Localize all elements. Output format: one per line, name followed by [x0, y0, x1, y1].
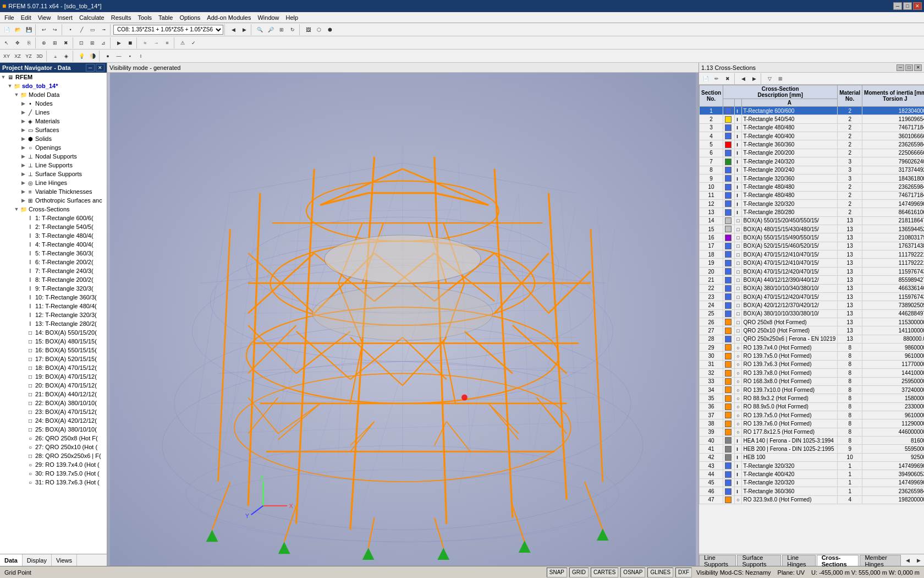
tb-save[interactable]: 💾 [23, 24, 34, 35]
tab-line-supports[interactable]: Line Supports [699, 555, 736, 566]
dxf-button[interactable]: DXF [675, 568, 692, 577]
tb-render[interactable]: 🖼 [302, 24, 314, 35]
tb-solid[interactable]: ⬢ [324, 24, 336, 35]
tree-cs-6[interactable]: I6: T-Rectangle 200/2( [0, 258, 107, 266]
tree-model-data[interactable]: ▼ 📁 Model Data [0, 90, 107, 99]
tree-cs-29[interactable]: ○29: RO 139.7x4.0 (Hot ( [0, 460, 107, 469]
tree-cs-17[interactable]: □17: BOX(A) 520/15/15( [0, 355, 107, 363]
tb3-yz[interactable]: YZ [23, 51, 34, 62]
tree-cs-20[interactable]: □20: BOX(A) 470/15/12( [0, 381, 107, 390]
table-row[interactable]: 1 I T-Rectangle 600/600 2 182304000 1080… [700, 107, 925, 115]
tab-member-hinges[interactable]: Member Hinges [860, 555, 901, 566]
menu-insert[interactable]: Insert [54, 14, 76, 21]
nav-tab-display[interactable]: Display [23, 554, 52, 566]
table-row[interactable]: 47 ○ RO 323.9x8.0 (Hot Formed) 4 1982000… [700, 495, 925, 504]
tab-line-hinges[interactable]: Line Hinges [782, 555, 815, 566]
tab-scroll-right[interactable]: ▶ [913, 555, 924, 566]
rp-delete[interactable]: ✖ [722, 73, 733, 84]
tree-cs-31[interactable]: ○31: RO 139.7x6.3 (Hot ( [0, 478, 107, 487]
osnap-button[interactable]: OSNAP [620, 568, 645, 577]
nav-close[interactable]: ✕ [96, 64, 105, 72]
tb2-copy[interactable]: ⎘ [23, 37, 34, 48]
tree-cs-1[interactable]: I1: T-Rectangle 600/6( [0, 214, 107, 222]
tb3-disp-lines[interactable]: — [113, 51, 124, 62]
tree-cs-13[interactable]: I13: T-Rectangle 280/2( [0, 319, 107, 328]
tb2-force[interactable]: → [151, 37, 162, 48]
menu-addon[interactable]: Add-on Modules [204, 14, 254, 21]
menu-tools[interactable]: Tools [134, 14, 155, 21]
tb-new[interactable]: 📄 [1, 24, 12, 35]
tb-prev[interactable]: ◀ [228, 24, 239, 35]
tb-member[interactable]: ╼ [98, 24, 109, 35]
tb-next[interactable]: ▶ [239, 24, 250, 35]
tb3-disp-nodes[interactable]: ● [102, 51, 113, 62]
tree-cs-7[interactable]: I7: T-Rectangle 240/3( [0, 266, 107, 275]
load-case-combo[interactable]: CO8: 1.35*ZS1 + 1.05*ZS5 + 1.05*ZS6 [113, 25, 223, 35]
table-row[interactable]: 11 I T-Rectangle 480/480 2 746717184 442… [700, 191, 925, 199]
tree-materials[interactable]: ▶ ◈ Materials [0, 117, 107, 126]
tree-cs-16[interactable]: □16: BOX(A) 550/15/15( [0, 346, 107, 355]
tree-cs-15[interactable]: □15: BOX(A) 480/15/15( [0, 337, 107, 346]
table-row[interactable]: 13 I T-Rectangle 280/280 2 864616106 512… [700, 208, 925, 216]
table-row[interactable]: 25 □ BOX(A) 380/10/10/330/380/10/ 13 446… [700, 309, 925, 318]
snap-button[interactable]: SNAP [547, 568, 567, 577]
table-row[interactable]: 21 □ BOX(A) 440/12/12/390/440/12/ 13 855… [700, 276, 925, 284]
tree-nodes[interactable]: ▶ • Nodes [0, 99, 107, 108]
tree-cs-10[interactable]: I10: T-Rectangle 360/3( [0, 293, 107, 302]
tree-nodal-supports[interactable]: ▶ ⊥ Nodal Supports [0, 152, 107, 161]
minimize-button[interactable]: ─ [893, 2, 902, 10]
tb3-iso[interactable]: ⟁ [50, 51, 61, 62]
table-row[interactable]: 24 □ BOX(A) 420/12/12/370/420/12/ 13 738… [700, 301, 925, 309]
tb3-disp-surf[interactable]: ▪ [124, 51, 135, 62]
tree-solids[interactable]: ▶ ⬢ Solids [0, 134, 107, 143]
tb2-calc[interactable]: ▶ [113, 37, 124, 48]
table-row[interactable]: 42 I HEB 100 10 92500 4495000.0 0 [700, 453, 925, 461]
table-row[interactable]: 28 □ QRO 250x250x6 | Ferona - EN 10219 1… [700, 335, 925, 343]
table-row[interactable]: 6 I T-Rectangle 200/200 2 225066666 1333… [700, 149, 925, 157]
table-row[interactable]: 30 ○ RO 139.7x5.0 (Hot Formed) 8 9610000… [700, 352, 925, 360]
table-row[interactable]: 40 I HEA 140 | Ferona - DIN 1025-3:1994 … [700, 437, 925, 445]
tb2-line-add[interactable]: ⊞ [50, 37, 61, 48]
tb-undo[interactable]: ↩ [38, 24, 50, 35]
table-row[interactable]: 12 I T-Rectangle 320/320 2 147499690 873… [700, 199, 925, 208]
tree-cs-8[interactable]: I8: T-Rectangle 200/2( [0, 275, 107, 284]
tree-cs-14[interactable]: □14: BOX(A) 550/15/20( [0, 328, 107, 337]
tb2-ortho[interactable]: ⊿ [98, 37, 109, 48]
tree-lines[interactable]: ▶ ╱ Lines [0, 108, 107, 117]
menu-table[interactable]: Table [155, 14, 176, 21]
glines-button[interactable]: GLINES [647, 568, 673, 577]
table-row[interactable]: 8 I T-Rectangle 200/240 3 317374492 2304… [700, 166, 925, 174]
table-row[interactable]: 18 □ BOX(A) 470/15/12/410/470/15/ 13 111… [700, 250, 925, 259]
tree-orthotropic[interactable]: ▶ ⊞ Orthotropic Surfaces anc [0, 196, 107, 205]
tb2-move[interactable]: ✥ [12, 37, 23, 48]
tb-rotate[interactable]: ↻ [287, 24, 298, 35]
tree-cs-4[interactable]: I4: T-Rectangle 400/4( [0, 240, 107, 249]
tree-variable-thicknesses[interactable]: ▶ ≡ Variable Thicknesses [0, 187, 107, 196]
tree-cs-9[interactable]: I9: T-Rectangle 320/3( [0, 284, 107, 293]
tb-zoom-all[interactable]: ⊞ [276, 24, 287, 35]
tree-cs-28[interactable]: □28: QRO 250x250x6 | F( [0, 451, 107, 460]
tb2-snap[interactable]: ⊡ [76, 37, 87, 48]
table-row[interactable]: 38 ○ RO 139.7x6.0 (Hot Formed) 8 1129000… [700, 419, 925, 428]
tree-cs-11[interactable]: I11: T-Rectangle 480/4( [0, 302, 107, 310]
table-row[interactable]: 32 ○ RO 139.7x8.0 (Hot Formed) 8 1441000… [700, 369, 925, 377]
close-button[interactable]: ✕ [913, 2, 922, 10]
tb3-shade[interactable]: 🌗 [87, 51, 98, 62]
tree-cs-2[interactable]: I2: T-Rectangle 540/5( [0, 222, 107, 231]
rp-expand[interactable]: ⊞ [775, 73, 786, 84]
table-row[interactable]: 14 □ BOX(A) 550/15/20/450/550/15/ 13 218… [700, 216, 925, 225]
tb-line[interactable]: ╱ [76, 24, 87, 35]
table-row[interactable]: 45 I T-Rectangle 320/320 1 147499690 873… [700, 478, 925, 487]
right-panel-close[interactable]: ✕ [914, 64, 922, 71]
table-row[interactable]: 2 I T-Rectangle 540/540 2 119609654 7095… [700, 115, 925, 123]
tb-zoom-out[interactable]: 🔎 [265, 24, 276, 35]
tb2-del[interactable]: ✖ [61, 37, 72, 48]
tb3-3d[interactable]: 3D [34, 51, 45, 62]
table-row[interactable]: 41 I HEB 200 | Ferona - DIN 1025-2:1995 … [700, 445, 925, 453]
tb2-select[interactable]: ↖ [1, 37, 12, 48]
menu-view[interactable]: View [35, 14, 54, 21]
table-row[interactable]: 33 ○ RO 168.3x8.0 (Hot Formed) 8 2595000… [700, 377, 925, 385]
nav-minimize[interactable]: ─ [86, 64, 95, 72]
rp-filter[interactable]: ▽ [764, 73, 775, 84]
tb3-xz[interactable]: XZ [12, 51, 23, 62]
